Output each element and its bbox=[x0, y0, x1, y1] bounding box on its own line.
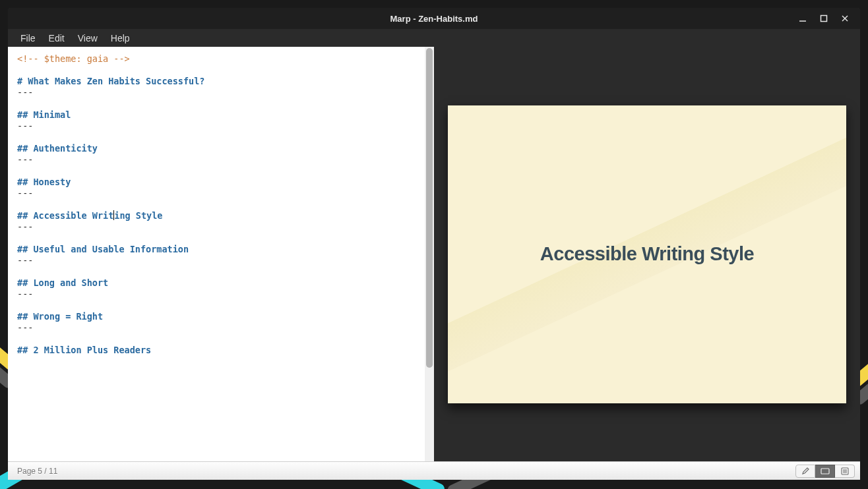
split-mode-button[interactable] bbox=[815, 465, 835, 478]
code-heading: ## Minimal bbox=[17, 109, 71, 120]
slide-preview[interactable]: Accessible Writing Style bbox=[448, 105, 846, 403]
preview-mode-button[interactable] bbox=[835, 465, 855, 478]
svg-rect-4 bbox=[821, 469, 829, 474]
statusbar: Page 5 / 11 bbox=[8, 461, 860, 480]
code-heading: ## Long and Short bbox=[17, 277, 108, 288]
minimize-button[interactable] bbox=[797, 13, 809, 24]
menubar: File Edit View Help bbox=[8, 29, 860, 47]
workarea: <!-- $theme: gaia --> # What Makes Zen H… bbox=[8, 47, 860, 461]
code-heading: ## Accessible Writing Style bbox=[17, 210, 162, 221]
window-controls bbox=[791, 8, 856, 29]
code-separator: --- bbox=[17, 188, 33, 198]
maximize-button[interactable] bbox=[818, 13, 830, 24]
window-title: Marp - Zen-Habits.md bbox=[390, 14, 478, 24]
code-heading: ## 2 Million Plus Readers bbox=[17, 345, 151, 355]
close-button[interactable] bbox=[839, 13, 851, 24]
menu-help[interactable]: Help bbox=[105, 31, 136, 45]
edit-mode-button[interactable] bbox=[795, 465, 815, 478]
code-heading: # What Makes Zen Habits Successful? bbox=[17, 76, 204, 86]
code-separator: --- bbox=[17, 87, 33, 98]
page-indicator: Page 5 / 11 bbox=[13, 467, 57, 476]
svg-rect-1 bbox=[821, 16, 827, 22]
preview-pane: Accessible Writing Style bbox=[434, 47, 860, 461]
menu-file[interactable]: File bbox=[15, 31, 42, 45]
code-separator: --- bbox=[17, 255, 33, 266]
menu-edit[interactable]: Edit bbox=[43, 31, 71, 45]
slide-heading: Accessible Writing Style bbox=[540, 243, 754, 265]
list-icon bbox=[841, 467, 849, 475]
view-mode-group bbox=[795, 465, 855, 478]
code-separator: --- bbox=[17, 289, 33, 299]
code-heading: ## Honesty bbox=[17, 177, 71, 187]
titlebar[interactable]: Marp - Zen-Habits.md bbox=[8, 8, 860, 29]
code-separator: --- bbox=[17, 121, 33, 131]
code-heading: ## Useful and Usable Information bbox=[17, 244, 189, 254]
code-separator: --- bbox=[17, 154, 33, 165]
code-separator: --- bbox=[17, 322, 33, 333]
code-heading: ## Authenticity bbox=[17, 143, 98, 154]
app-window: Marp - Zen-Habits.md File Edit View Help… bbox=[8, 8, 860, 480]
scroll-thumb[interactable] bbox=[426, 48, 433, 368]
pencil-icon bbox=[801, 467, 809, 475]
code-separator: --- bbox=[17, 221, 33, 232]
markdown-editor[interactable]: <!-- $theme: gaia --> # What Makes Zen H… bbox=[8, 47, 425, 461]
code-comment: <!-- $theme: gaia --> bbox=[17, 53, 130, 64]
slide-icon bbox=[821, 468, 830, 475]
editor-pane: <!-- $theme: gaia --> # What Makes Zen H… bbox=[8, 47, 434, 461]
menu-view[interactable]: View bbox=[72, 31, 104, 45]
code-heading: ## Wrong = Right bbox=[17, 311, 103, 322]
editor-scrollbar[interactable] bbox=[425, 47, 434, 461]
